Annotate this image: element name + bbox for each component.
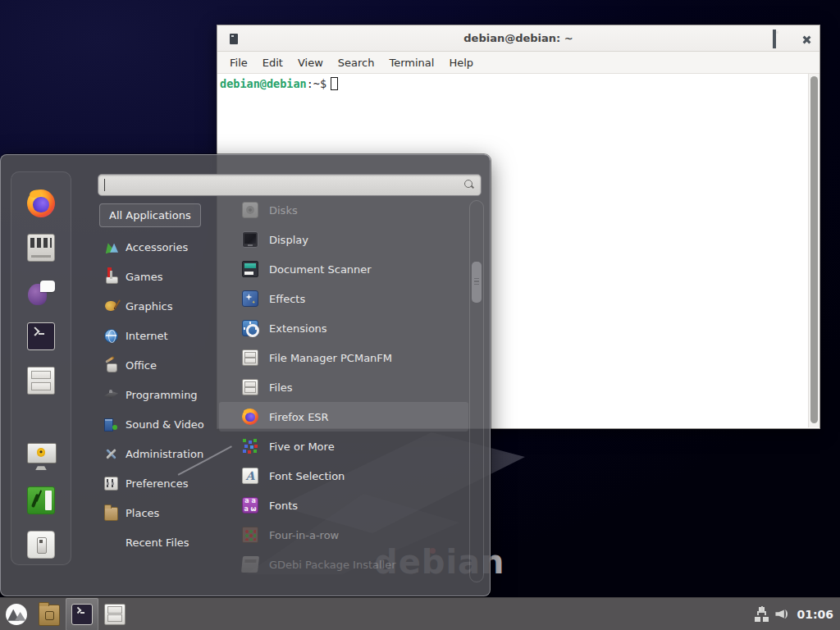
taskbar: 01:06 xyxy=(0,597,840,630)
firefox-icon xyxy=(27,189,55,217)
application-item[interactable]: Five or More xyxy=(219,431,468,461)
favorite-terminal[interactable] xyxy=(26,322,56,351)
games-icon xyxy=(104,270,118,284)
graphics-icon xyxy=(104,299,118,313)
terminal-menubar: FileEditViewSearchTerminalHelp xyxy=(217,52,819,74)
favorite-firefox[interactable] xyxy=(26,189,56,218)
shutdown-button[interactable] xyxy=(26,530,56,559)
menu-logo-icon xyxy=(6,604,27,625)
menu-scrollbar[interactable] xyxy=(469,200,484,582)
network-icon[interactable] xyxy=(754,607,769,622)
clock[interactable]: 01:06 xyxy=(797,608,833,621)
close-button[interactable] xyxy=(793,30,811,47)
favorite-software[interactable] xyxy=(26,233,56,262)
menubar-item[interactable]: Help xyxy=(441,53,481,72)
window-title: debian@debian: ~ xyxy=(217,32,819,44)
terminal-scrollbar[interactable] xyxy=(808,74,819,427)
files-cabinet-icon xyxy=(104,604,126,625)
lock-screen-button[interactable] xyxy=(26,441,56,471)
prompt-user: debian@debian xyxy=(220,77,307,90)
places-icon xyxy=(104,507,118,521)
display-icon xyxy=(242,231,258,248)
maximize-button[interactable] xyxy=(765,30,783,47)
internet-icon xyxy=(104,329,118,343)
terminal-cursor xyxy=(331,77,338,90)
menu-button[interactable] xyxy=(0,598,33,630)
category-item[interactable]: Programming xyxy=(99,380,219,409)
category-item[interactable]: Office xyxy=(99,350,219,380)
application-item[interactable]: Files xyxy=(219,372,468,402)
category-item[interactable]: Administration xyxy=(99,439,219,468)
category-item[interactable]: Sound & Video xyxy=(99,409,219,439)
minimize-button[interactable] xyxy=(737,30,756,47)
logout-icon xyxy=(27,486,55,514)
application-item[interactable]: Font Selection xyxy=(219,461,468,491)
file-manager-launcher[interactable] xyxy=(33,598,66,630)
five-or-more-icon xyxy=(242,438,258,454)
applications-menu: All Applications AccessoriesGamesGraphic… xyxy=(0,154,491,596)
firefox-icon xyxy=(242,409,258,425)
favorite-files[interactable] xyxy=(26,366,56,395)
terminal-icon xyxy=(71,604,93,625)
category-item[interactable]: Recent Files xyxy=(99,527,219,557)
disks-icon xyxy=(242,202,258,218)
folder-d-icon xyxy=(39,605,60,626)
application-item[interactable]: Fonts xyxy=(219,491,468,520)
prompt-path: :~$ xyxy=(307,77,326,90)
files-cabinet-icon xyxy=(242,349,258,366)
menubar-item[interactable]: File xyxy=(222,53,255,72)
document-scanner-icon xyxy=(242,261,258,277)
files-window-button[interactable] xyxy=(98,598,131,630)
terminal-scrollbar-thumb[interactable] xyxy=(810,76,818,423)
category-item[interactable]: Accessories xyxy=(99,232,219,262)
applications-column: DisksDisplayDocument ScannerEffectsExten… xyxy=(219,195,468,579)
category-item[interactable]: Preferences xyxy=(99,468,219,498)
favorites-column xyxy=(11,171,71,565)
lock-screen-icon xyxy=(27,442,55,470)
favorite-pidgin[interactable] xyxy=(26,277,56,307)
four-in-a-row-icon xyxy=(242,527,258,543)
menubar-item[interactable]: View xyxy=(290,53,331,72)
volume-icon[interactable] xyxy=(775,607,790,622)
screen: debian debian@debian: ~ FileEditViewSear… xyxy=(0,0,840,630)
sound-video-icon xyxy=(104,418,118,431)
search-box xyxy=(98,174,482,196)
category-item[interactable]: Games xyxy=(99,262,219,291)
menubar-item[interactable]: Terminal xyxy=(381,53,441,72)
preferences-icon xyxy=(104,477,118,491)
files-cabinet-icon xyxy=(242,379,258,395)
application-item[interactable]: Four-in-a-row xyxy=(219,520,468,550)
accessories-icon xyxy=(104,240,118,254)
software-keys-icon xyxy=(27,234,55,262)
extensions-icon xyxy=(242,320,258,336)
terminal-titlebar[interactable]: debian@debian: ~ xyxy=(217,25,819,52)
files-cabinet-icon xyxy=(27,367,55,395)
font-selection-icon xyxy=(242,468,258,484)
programming-icon xyxy=(104,388,118,402)
maximize-icon xyxy=(773,31,776,47)
application-item[interactable]: Extensions xyxy=(219,313,468,343)
category-item[interactable]: Graphics xyxy=(99,291,219,321)
terminal-window-button[interactable] xyxy=(66,598,98,630)
menu-scrollbar-thumb[interactable] xyxy=(472,262,482,303)
application-item[interactable]: GDebi Package Installer xyxy=(219,550,468,579)
fonts-icon xyxy=(242,497,258,514)
application-item[interactable]: File Manager PCManFM xyxy=(219,343,468,372)
logout-button[interactable] xyxy=(26,486,56,515)
category-list: AccessoriesGamesGraphicsInternetOfficePr… xyxy=(99,232,219,557)
application-item[interactable]: Display xyxy=(219,225,468,254)
application-item[interactable]: Effects xyxy=(219,284,468,313)
all-applications-button[interactable]: All Applications xyxy=(99,203,201,227)
search-input[interactable] xyxy=(98,174,482,196)
text-caret xyxy=(104,179,105,191)
category-item[interactable]: Internet xyxy=(99,321,219,350)
search-icon xyxy=(463,179,475,190)
effects-icon xyxy=(242,290,258,307)
application-item[interactable]: Disks xyxy=(219,195,468,225)
terminal-prompt: debian@debian:~$ xyxy=(220,77,338,91)
application-item[interactable]: Document Scanner xyxy=(219,254,468,284)
category-item[interactable]: Places xyxy=(99,498,219,527)
menubar-item[interactable]: Edit xyxy=(255,53,290,72)
menubar-item[interactable]: Search xyxy=(331,53,382,72)
application-item[interactable]: Firefox ESR xyxy=(219,402,468,431)
